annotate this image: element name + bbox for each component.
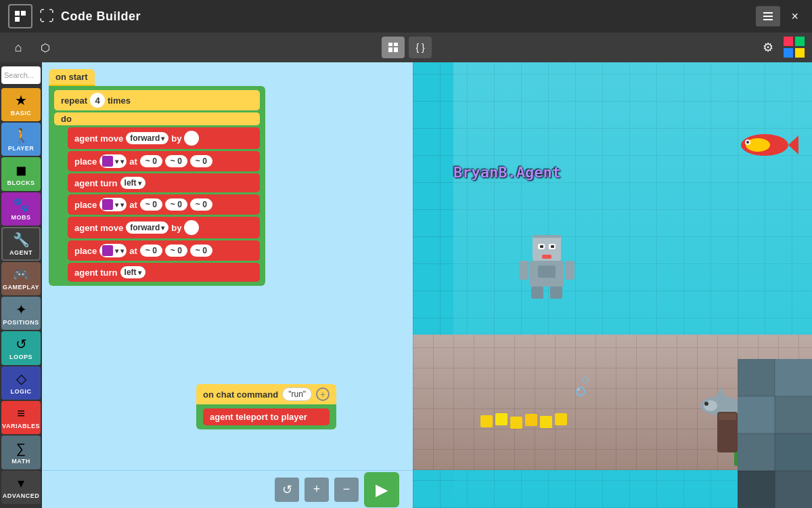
z-coord-3[interactable]: ~ 0 xyxy=(190,245,212,257)
block-color-2 xyxy=(102,199,113,210)
svg-point-63 xyxy=(577,388,580,391)
amount-input-2[interactable]: 1 xyxy=(184,220,199,235)
z-coord-1[interactable]: ~ 0 xyxy=(190,155,212,167)
home-button[interactable]: ⌂ xyxy=(7,37,30,58)
on-chat-header[interactable]: on chat command "run" + xyxy=(196,384,336,404)
title-bar: ⛶ Code Builder × xyxy=(0,0,812,33)
agent-nametag: BryanB.Agent xyxy=(453,164,561,181)
bubble-svg-1 xyxy=(575,386,586,397)
y-coord-1[interactable]: ~ 0 xyxy=(165,155,187,167)
svg-rect-53 xyxy=(775,433,812,471)
svg-rect-24 xyxy=(531,287,543,299)
title-bar-left: ⛶ Code Builder xyxy=(8,4,141,28)
add-button[interactable]: + xyxy=(304,478,329,502)
turn-direction-dropdown-2[interactable]: left xyxy=(120,266,145,278)
sidebar-item-mobs[interactable]: 🐾 MOBS xyxy=(1,192,41,226)
sidebar-item-agent[interactable]: 🔧 AGENT xyxy=(1,227,41,261)
player-hand xyxy=(710,412,744,469)
fish xyxy=(738,130,798,163)
svg-rect-29 xyxy=(495,413,508,425)
repeat-count[interactable]: 4 xyxy=(90,93,105,108)
bubble-svg-2 xyxy=(582,377,589,383)
add-param-button[interactable]: + xyxy=(316,387,330,401)
undo-button[interactable]: ↺ xyxy=(275,478,299,502)
sidebar-item-positions[interactable]: ✦ POSITIONS xyxy=(1,297,41,330)
svg-rect-30 xyxy=(510,417,522,429)
code-area[interactable]: on start repeat 4 times do agent move xyxy=(42,62,413,470)
y-coord-3[interactable]: ~ 0 xyxy=(165,245,187,257)
agent-teleport-label: agent teleport to player xyxy=(210,412,307,422)
settings-button[interactable]: ⚙ xyxy=(757,37,780,58)
x-coord-1[interactable]: ~ 0 xyxy=(140,155,162,167)
place-block-1[interactable]: place ▾ at ~ 0 ~ 0 ~ 0 xyxy=(68,151,260,171)
turn-direction-dropdown-1[interactable]: left xyxy=(120,177,145,189)
share-button[interactable]: ⬡ xyxy=(34,37,57,58)
player-icon: 🚶 xyxy=(13,127,30,144)
hand-svg xyxy=(710,412,744,466)
positions-icon: ✦ xyxy=(16,301,27,318)
blocks-mode-button[interactable] xyxy=(382,37,405,58)
sidebar-item-logic[interactable]: ◇ LOGIC xyxy=(1,366,41,400)
code-mode-button[interactable]: { } xyxy=(409,37,432,58)
remove-button[interactable]: − xyxy=(334,478,359,502)
block-type-dropdown-1[interactable]: ▾ xyxy=(99,154,127,168)
sidebar-item-blocks[interactable]: ◼ BLOCKS xyxy=(1,157,41,190)
mc-agent xyxy=(518,232,575,302)
on-start-block[interactable]: on start repeat 4 times do agent move xyxy=(49,69,265,286)
repeat-block[interactable]: repeat 4 times xyxy=(54,90,260,110)
svg-rect-27 xyxy=(565,261,574,280)
block-type-dropdown-2[interactable]: ▾ xyxy=(99,198,127,211)
agent-move-label-2: agent move xyxy=(74,223,123,233)
do-label: do xyxy=(54,112,260,125)
svg-rect-2 xyxy=(15,17,20,22)
y-coord-2[interactable]: ~ 0 xyxy=(165,198,187,211)
place-block-3[interactable]: place ▾ at ~ 0 ~ 0 ~ 0 xyxy=(68,240,260,261)
agent-svg xyxy=(518,232,575,299)
chat-command-value[interactable]: "run" xyxy=(282,387,312,401)
at-label-3: at xyxy=(129,246,137,256)
x-coord-2[interactable]: ~ 0 xyxy=(140,198,162,211)
sidebar-item-player[interactable]: 🚶 PLAYER xyxy=(1,123,41,156)
sidebar-item-loops[interactable]: ↺ LOOPS xyxy=(1,331,41,364)
block-type-dropdown-3[interactable]: ▾ xyxy=(99,244,127,257)
block-color-1 xyxy=(102,156,113,167)
loops-label: LOOPS xyxy=(9,354,32,360)
x-coord-3[interactable]: ~ 0 xyxy=(140,245,162,257)
amount-input-1[interactable]: 1 xyxy=(184,131,199,146)
svg-marker-11 xyxy=(788,135,798,154)
at-label-2: at xyxy=(129,200,137,210)
agent-move-block-1[interactable]: agent move forward by 1 xyxy=(68,127,260,149)
agent-teleport-block[interactable]: agent teleport to player xyxy=(203,408,330,425)
forward-dropdown-1[interactable]: forward xyxy=(126,132,168,144)
sidebar-item-math[interactable]: ∑ MATH xyxy=(1,436,41,469)
place-block-2[interactable]: place ▾ at ~ 0 ~ 0 ~ 0 xyxy=(68,194,260,215)
z-coord-2[interactable]: ~ 0 xyxy=(190,198,212,211)
search-box[interactable]: Search... xyxy=(1,66,41,84)
sidebar-item-basic[interactable]: ★ BASIC xyxy=(1,88,41,121)
svg-rect-55 xyxy=(775,471,812,508)
window-title: Code Builder xyxy=(61,9,141,24)
svg-rect-61 xyxy=(719,413,736,420)
agent-turn-block-2[interactable]: agent turn left xyxy=(68,263,260,282)
agent-turn-block-1[interactable]: agent turn left xyxy=(68,173,260,192)
agent-turn-label-2: agent turn xyxy=(74,268,118,278)
forward-dropdown-2[interactable]: forward xyxy=(126,221,168,234)
main-content: Search... ★ BASIC 🚶 PLAYER ◼ BLOCKS 🐾 MO… xyxy=(0,62,812,508)
mobs-label: MOBS xyxy=(12,214,31,221)
agent-label: AGENT xyxy=(9,249,32,256)
play-button[interactable]: ▶ xyxy=(364,472,399,507)
ms-yellow xyxy=(795,48,805,58)
close-button[interactable]: × xyxy=(786,7,804,26)
svg-rect-49 xyxy=(775,359,812,396)
svg-rect-31 xyxy=(525,414,537,426)
expand-icon[interactable]: ⛶ xyxy=(39,7,54,25)
sidebar-item-variables[interactable]: ≡ VARIABLES xyxy=(1,401,41,434)
math-label: MATH xyxy=(12,458,30,465)
on-chat-label: on chat command xyxy=(203,389,278,400)
dark-blocks-svg xyxy=(738,359,812,508)
block-color-3 xyxy=(102,245,113,256)
list-icon[interactable] xyxy=(756,6,780,26)
agent-move-block-2[interactable]: agent move forward by 1 xyxy=(68,217,260,238)
sidebar-item-advanced[interactable]: ▾ ADVANCED xyxy=(1,471,41,504)
sidebar-item-gameplay[interactable]: 🎮 GAMEPLAY xyxy=(1,262,41,295)
